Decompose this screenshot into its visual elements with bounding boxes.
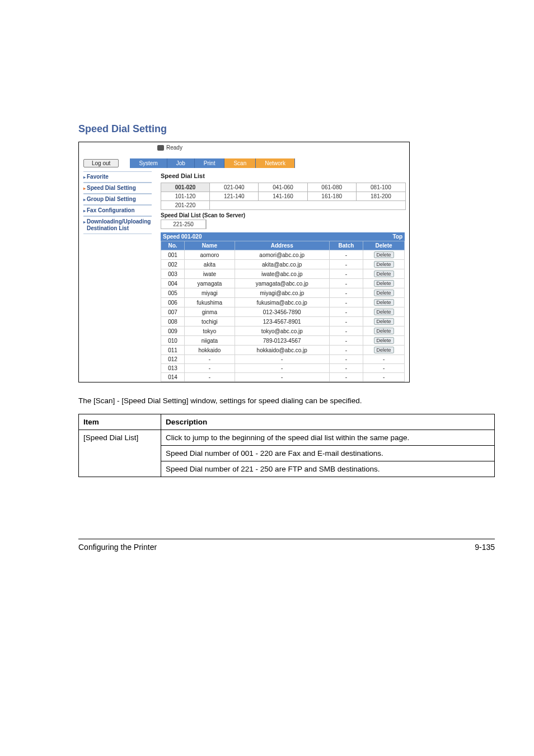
range-tab[interactable]: 061-080	[308, 183, 357, 192]
table-row: 011hokkaidohokkaido@abc.co.jp-Delete	[161, 346, 405, 355]
pane-title: Speed Dial List	[161, 171, 405, 183]
desc-item-cell: [Speed Dial List]	[79, 430, 161, 477]
page-footer: Configuring the Printer 9-135	[78, 539, 495, 552]
cell-batch: -	[329, 355, 363, 364]
delete-button[interactable]: Delete	[374, 318, 394, 325]
cell-delete: Delete	[363, 346, 405, 355]
col-address: Address	[235, 241, 329, 250]
logout-button[interactable]: Log out	[83, 159, 119, 167]
cell-address: akita@abc.co.jp	[235, 260, 329, 269]
delete-button[interactable]: Delete	[374, 270, 394, 277]
range-tab[interactable]: 041-060	[259, 183, 307, 192]
cell-batch: -	[329, 346, 363, 355]
tab-job[interactable]: Job	[167, 158, 195, 168]
cell-batch: -	[329, 260, 363, 269]
cell-no: 009	[161, 326, 185, 336]
cell-delete: Delete	[363, 279, 405, 288]
cell-name: niigata	[185, 336, 235, 346]
delete-button[interactable]: Delete	[374, 328, 394, 334]
sidebar-item-speed-dial-setting[interactable]: ▸ Speed Dial Setting	[83, 183, 152, 194]
cell-no: 002	[161, 260, 185, 269]
table-row: 013----	[161, 364, 405, 373]
cell-name: hokkaido	[185, 346, 235, 355]
cell-batch: -	[329, 307, 363, 317]
cell-address: yamagata@abc.co.jp	[235, 279, 329, 288]
footer-left: Configuring the Printer	[78, 543, 157, 552]
desc-desc-cell: Click to jump to the beginning of the sp…	[161, 430, 495, 446]
cell-address: tokyo@abc.co.jp	[235, 326, 329, 336]
range-tab[interactable]: 101-120	[161, 192, 210, 201]
table-row: 004yamagatayamagata@abc.co.jp-Delete	[161, 279, 405, 288]
cell-address: aomori@abc.co.jp	[235, 250, 329, 260]
triangle-marker-icon: ▸	[83, 220, 86, 225]
range-tab[interactable]: 141-160	[259, 192, 307, 201]
table-row: 006fukushimafukusima@abc.co.jp-Delete	[161, 298, 405, 307]
sidebar-item-group-dial-setting[interactable]: ▸ Group Dial Setting	[83, 194, 152, 205]
table-row: 005miyagimiyagi@abc.co.jp-Delete	[161, 288, 405, 298]
cell-no: 013	[161, 364, 185, 373]
range-tab[interactable]: 001-020	[161, 183, 210, 192]
tab-print[interactable]: Print	[195, 158, 225, 168]
triangle-marker-icon: ▸	[83, 208, 86, 214]
range-tab[interactable]: 081-100	[357, 183, 405, 192]
cell-delete: -	[363, 364, 405, 373]
range-tab-group-1: 001-020021-040041-060061-080081-100101-1…	[161, 183, 406, 210]
main-pane: Speed Dial List 001-020021-040041-060061…	[161, 171, 405, 382]
cell-address: -	[235, 364, 329, 373]
range-tab[interactable]: 201-220	[161, 201, 210, 209]
cell-delete: Delete	[363, 288, 405, 298]
table-row: 014----	[161, 373, 405, 382]
cell-delete: Delete	[363, 336, 405, 346]
cell-name: ginma	[185, 307, 235, 317]
cell-name: tochigi	[185, 317, 235, 326]
table-row: 001aomoroaomori@abc.co.jp-Delete	[161, 250, 405, 260]
cell-batch: -	[329, 326, 363, 336]
cell-no: 004	[161, 279, 185, 288]
tab-network[interactable]: Network	[256, 158, 295, 168]
range-tab[interactable]: 181-200	[357, 192, 405, 201]
sidebar-item-favorite[interactable]: ▸ Favorite	[83, 171, 152, 183]
sidebar-item-label: Favorite	[87, 174, 109, 180]
tab-scan[interactable]: Scan	[224, 158, 256, 168]
cell-delete: Delete	[363, 269, 405, 279]
desc-header-item: Item	[79, 414, 161, 430]
sidebar-item-label: Downloading/Uploading Destination List	[87, 218, 151, 231]
web-admin-screenshot: Ready Log out System Job Print Scan Netw…	[78, 142, 410, 382]
cell-delete: Delete	[363, 298, 405, 307]
top-link[interactable]: Top	[392, 234, 402, 240]
table-row: 008tochigi123-4567-8901-Delete	[161, 317, 405, 326]
table-row: 003iwateiwate@abc.co.jp-Delete	[161, 269, 405, 279]
sidebar-item-download-upload[interactable]: ▸ Downloading/Uploading Destination List	[83, 216, 152, 234]
range-tab[interactable]: 161-180	[308, 192, 357, 201]
cell-address: iwate@abc.co.jp	[235, 269, 329, 279]
delete-button[interactable]: Delete	[374, 280, 394, 287]
range-tab[interactable]: 221-250	[161, 220, 206, 228]
triangle-marker-icon: ▸	[83, 197, 86, 203]
range-tab-group-2: 221-250	[161, 220, 207, 229]
delete-button[interactable]: Delete	[374, 309, 394, 315]
cell-address: hokkaido@abc.co.jp	[235, 346, 329, 355]
cell-name: -	[185, 364, 235, 373]
tab-system[interactable]: System	[130, 158, 167, 168]
cell-no: 006	[161, 298, 185, 307]
delete-button[interactable]: Delete	[374, 299, 394, 306]
delete-button[interactable]: Delete	[374, 347, 394, 353]
sidebar-item-fax-configuration[interactable]: ▸ Fax Configuration	[83, 205, 152, 216]
status-bar: Ready	[79, 142, 409, 158]
delete-button[interactable]: Delete	[374, 251, 394, 258]
cell-address: 123-4567-8901	[235, 317, 329, 326]
delete-button[interactable]: Delete	[374, 290, 394, 296]
range-tab[interactable]: 121-140	[210, 192, 259, 201]
status-text: Ready	[166, 144, 182, 151]
cell-name: miyagi	[185, 288, 235, 298]
cell-no: 011	[161, 346, 185, 355]
cell-name: iwate	[185, 269, 235, 279]
desc-desc-cell: Speed Dial number of 001 - 220 are Fax a…	[161, 446, 495, 461]
cell-batch: -	[329, 336, 363, 346]
cell-no: 003	[161, 269, 185, 279]
range-tab[interactable]: 021-040	[210, 183, 259, 192]
cell-delete: Delete	[363, 317, 405, 326]
delete-button[interactable]: Delete	[374, 261, 394, 268]
delete-button[interactable]: Delete	[374, 337, 394, 344]
description-table: Item Description [Speed Dial List] Click…	[78, 414, 495, 477]
